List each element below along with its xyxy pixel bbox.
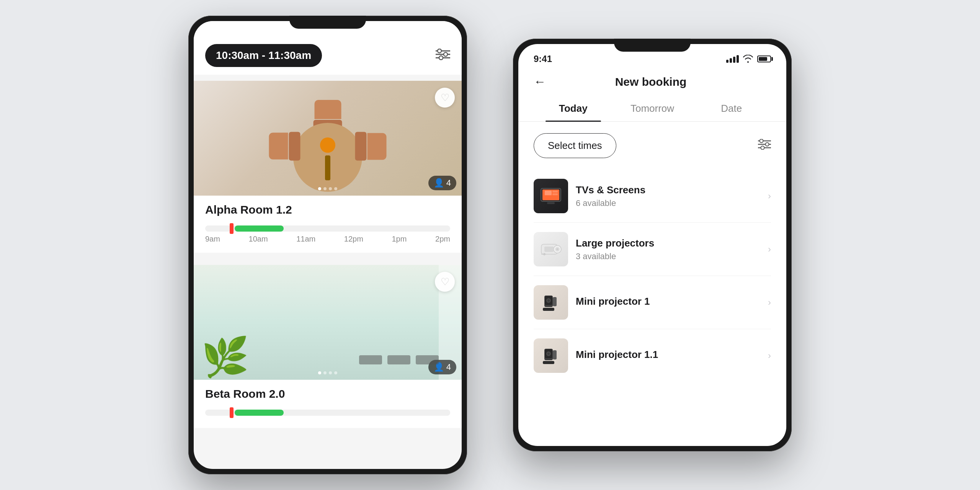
actions-row: Select times xyxy=(518,133,786,158)
tab-date[interactable]: Date xyxy=(692,96,771,121)
list-item-mini1-1[interactable]: Mini projector 1.1 › xyxy=(518,329,786,382)
filter-icon[interactable] xyxy=(436,47,450,64)
room-name-beta: Beta Room 2.0 xyxy=(205,387,450,400)
phone2-content: 9:41 xyxy=(518,44,786,446)
chevron-mini1: › xyxy=(768,297,771,308)
info-mini1: Mini projector 1 xyxy=(568,296,768,310)
room-card-alpha[interactable]: ♡ 👤 4 Alpha Room 1.2 xyxy=(194,81,462,253)
thumb-projectors xyxy=(534,232,568,266)
dot-indicators-beta xyxy=(318,371,337,374)
svg-rect-14 xyxy=(545,191,552,195)
select-times-button[interactable]: Select times xyxy=(534,133,616,158)
tab-today[interactable]: Today xyxy=(534,96,613,121)
wifi-icon xyxy=(743,55,753,63)
svg-point-9 xyxy=(760,139,763,143)
svg-point-10 xyxy=(766,143,769,146)
thumb-mini1-1 xyxy=(534,338,568,373)
item-avail-tvs: 6 available xyxy=(576,198,760,208)
phone-1: 10:30am - 11:30am xyxy=(188,16,467,474)
table-scene xyxy=(266,92,389,184)
svg-point-22 xyxy=(556,248,559,250)
chevron-tvs: › xyxy=(768,191,771,201)
info-mini1-1: Mini projector 1.1 xyxy=(568,349,768,363)
page-title: New booking xyxy=(546,75,756,88)
time-range-pill[interactable]: 10:30am - 11:30am xyxy=(205,44,322,67)
phone2-header: ← New booking xyxy=(518,67,786,96)
svg-point-37 xyxy=(547,353,550,355)
chevron-projectors: › xyxy=(768,244,771,255)
notch-2 xyxy=(614,39,691,52)
phone1-header: 10:30am - 11:30am xyxy=(194,21,462,75)
svg-rect-38 xyxy=(543,361,554,364)
svg-rect-23 xyxy=(544,247,554,252)
svg-point-4 xyxy=(444,52,448,56)
phone-2: 9:41 xyxy=(513,39,792,451)
tab-tomorrow[interactable]: Tomorrow xyxy=(613,96,692,121)
dot-indicators-alpha xyxy=(318,187,337,190)
favorite-btn-beta[interactable]: ♡ xyxy=(435,272,455,292)
item-name-projectors: Large projectors xyxy=(576,237,760,249)
list-item-mini1[interactable]: Mini projector 1 › xyxy=(518,276,786,329)
favorite-btn-alpha[interactable]: ♡ xyxy=(435,88,455,108)
room-card-beta[interactable]: 🌿 ♡ 👤 4 xyxy=(194,265,462,428)
svg-point-30 xyxy=(547,299,550,302)
room-image-alpha: ♡ 👤 4 xyxy=(194,81,462,196)
svg-point-3 xyxy=(438,49,441,53)
room-info-beta: Beta Room 2.0 xyxy=(194,380,462,404)
info-projectors: Large projectors 3 available xyxy=(568,237,768,261)
svg-rect-31 xyxy=(543,308,554,311)
svg-rect-32 xyxy=(553,297,557,306)
notch-1 xyxy=(289,16,366,29)
svg-rect-15 xyxy=(552,191,558,193)
signal-icon xyxy=(726,55,739,63)
svg-rect-39 xyxy=(553,350,557,359)
timeline-alpha: 9am10am11am12pm1pm2pm xyxy=(194,220,462,253)
chevron-mini1-1: › xyxy=(768,350,771,361)
room-info-alpha: Alpha Room 1.2 xyxy=(194,196,462,220)
room-name-alpha: Alpha Room 1.2 xyxy=(205,203,450,216)
item-name-mini1-1: Mini projector 1.1 xyxy=(576,349,760,361)
list-item-tvs[interactable]: TVs & Screens 6 available › xyxy=(518,170,786,222)
svg-point-5 xyxy=(439,56,443,60)
date-tabs: Today Tomorrow Date xyxy=(518,96,786,122)
room-image-beta: 🌿 ♡ 👤 4 xyxy=(194,265,462,380)
svg-rect-18 xyxy=(547,202,555,204)
phone1-content: 10:30am - 11:30am xyxy=(194,21,462,469)
svg-point-11 xyxy=(761,146,764,150)
info-tvs: TVs & Screens 6 available xyxy=(568,184,768,208)
thumb-tvs xyxy=(534,179,568,213)
battery-icon xyxy=(757,56,771,62)
capacity-badge-alpha: 👤 4 xyxy=(428,176,456,190)
thumb-mini1 xyxy=(534,285,568,320)
status-time: 9:41 xyxy=(534,54,552,64)
item-name-tvs: TVs & Screens xyxy=(576,184,760,196)
svg-rect-16 xyxy=(552,193,558,195)
item-name-mini1: Mini projector 1 xyxy=(576,296,760,307)
list-item-projectors[interactable]: Large projectors 3 available › xyxy=(518,223,786,276)
status-icons xyxy=(726,55,771,63)
timeline-labels-alpha: 9am10am11am12pm1pm2pm xyxy=(205,235,450,243)
filter-button[interactable] xyxy=(758,139,771,153)
back-button[interactable]: ← xyxy=(534,75,546,89)
item-avail-projectors: 3 available xyxy=(576,252,760,261)
timeline-beta xyxy=(194,404,462,428)
